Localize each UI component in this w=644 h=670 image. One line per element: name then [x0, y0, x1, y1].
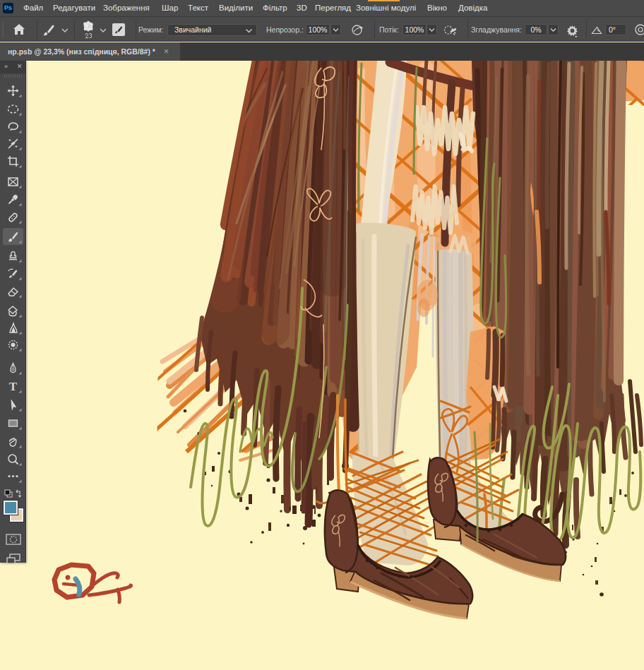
svg-text:T: T [9, 380, 18, 393]
